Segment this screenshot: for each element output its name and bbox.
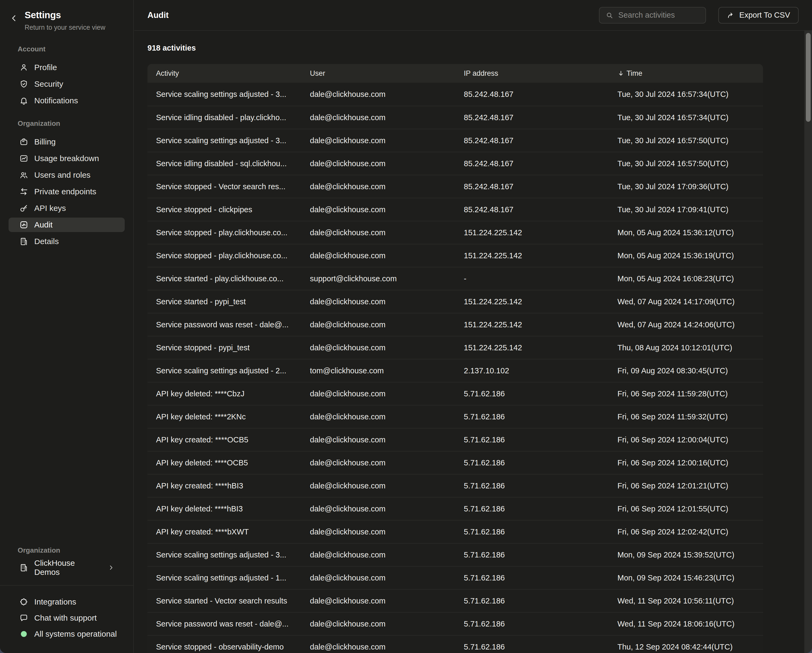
cell-user: dale@clickhouse.com <box>301 298 455 306</box>
sidebar-footer: Integrations Chat with support All syste… <box>0 586 133 653</box>
vertical-scrollbar-thumb[interactable] <box>806 33 810 122</box>
org-switcher-clickhouse-demos[interactable]: ClickHouse Demos <box>9 560 125 575</box>
table-row: Service scaling settings adjusted - 3...… <box>148 543 763 566</box>
cell-activity: Service scaling settings adjusted - 2... <box>148 366 301 375</box>
table-row: Service password was reset - dale@... da… <box>148 612 763 635</box>
cell-time: Wed, 07 Aug 2024 14:17:09(UTC) <box>609 298 763 306</box>
cell-ip: 151.224.225.142 <box>455 298 609 306</box>
export-arrow-icon <box>727 11 735 19</box>
cell-user: dale@clickhouse.com <box>301 320 455 329</box>
table-row: Service stopped - play.clickhouse.co... … <box>148 244 763 267</box>
cell-ip: 85.242.48.167 <box>455 182 609 191</box>
cell-ip: 85.242.48.167 <box>455 136 609 145</box>
sidebar-item-users-and-roles[interactable]: Users and roles <box>9 168 125 182</box>
sidebar-item-usage-breakdown[interactable]: Usage breakdown <box>9 151 125 166</box>
cell-activity: Service stopped - observability-demo <box>148 642 301 651</box>
cell-user: dale@clickhouse.com <box>301 251 455 260</box>
cell-activity: API key deleted: ****OCB5 <box>148 458 301 467</box>
column-header-time[interactable]: Time <box>609 69 763 78</box>
cell-user: dale@clickhouse.com <box>301 159 455 168</box>
cell-activity: Service scaling settings adjusted - 3... <box>148 551 301 559</box>
activities-table: Activity User IP address Time Service sc… <box>148 64 763 653</box>
vertical-scrollbar-track[interactable] <box>804 31 812 653</box>
search-input[interactable] <box>618 11 700 20</box>
cell-user: dale@clickhouse.com <box>301 90 455 99</box>
cell-ip: 85.242.48.167 <box>455 159 609 168</box>
cell-ip: 151.224.225.142 <box>455 320 609 329</box>
cell-ip: 5.71.62.186 <box>455 435 609 444</box>
users-icon <box>19 171 28 180</box>
key-icon <box>19 204 28 213</box>
sidebar-item-billing[interactable]: Billing <box>9 134 125 149</box>
table-row: API key created: ****hBI3 dale@clickhous… <box>148 474 763 497</box>
cell-ip: 5.71.62.186 <box>455 597 609 606</box>
table-row: Service scaling settings adjusted - 1...… <box>148 566 763 589</box>
footer-item-chat-with-support[interactable]: Chat with support <box>9 611 125 625</box>
sidebar-item-security[interactable]: Security <box>9 77 125 91</box>
cell-user: dale@clickhouse.com <box>301 435 455 444</box>
building-icon <box>19 563 28 572</box>
cell-user: dale@clickhouse.com <box>301 343 455 352</box>
footer-item-all-systems-operational[interactable]: All systems operational <box>9 627 125 641</box>
user-icon <box>19 63 28 72</box>
building-icon <box>19 237 28 246</box>
table-row: Service stopped - Vector search res... d… <box>148 175 763 198</box>
billing-icon <box>19 137 28 146</box>
cell-ip: 2.137.10.102 <box>455 366 609 375</box>
cell-ip: 5.71.62.186 <box>455 505 609 513</box>
cell-user: dale@clickhouse.com <box>301 642 455 651</box>
sidebar-item-api-keys[interactable]: API keys <box>9 201 125 215</box>
audit-topbar: Audit Export To CSV <box>134 0 812 31</box>
sidebar-item-audit[interactable]: Audit <box>9 218 125 232</box>
table-row: API key deleted: ****CbzJ dale@clickhous… <box>148 382 763 405</box>
column-header-user[interactable]: User <box>301 69 455 78</box>
cell-ip: - <box>455 274 609 283</box>
footer-item-integrations[interactable]: Integrations <box>9 595 125 609</box>
cell-ip: 5.71.62.186 <box>455 389 609 398</box>
sidebar-item-details[interactable]: Details <box>9 234 125 249</box>
cell-time: Wed, 11 Sep 2024 10:56:11(UTC) <box>609 597 763 606</box>
cell-user: dale@clickhouse.com <box>301 619 455 629</box>
table-row: Service idling disabled - play.clickho..… <box>148 106 763 129</box>
sidebar-section-items: Profile Security Notifications <box>9 60 125 108</box>
sidebar-item-notifications[interactable]: Notifications <box>9 93 125 108</box>
cell-time: Fri, 06 Sep 2024 12:01:55(UTC) <box>609 505 763 513</box>
bell-icon <box>19 96 28 105</box>
table-row: Service started - Vector search results … <box>148 589 763 612</box>
cell-ip: 85.242.48.167 <box>455 113 609 122</box>
cell-time: Mon, 09 Sep 2024 15:39:52(UTC) <box>609 551 763 559</box>
topbar-actions: Export To CSV <box>599 7 798 24</box>
cell-ip: 5.71.62.186 <box>455 574 609 582</box>
column-header-ip-address[interactable]: IP address <box>455 69 609 78</box>
sidebar-header: Settings Return to your service view <box>0 0 133 31</box>
org-switcher-block: Organization ClickHouse Demos <box>0 546 133 575</box>
cell-time: Tue, 30 Jul 2024 17:09:41(UTC) <box>609 205 763 214</box>
cell-activity: API key created: ****OCB5 <box>148 435 301 444</box>
column-header-activity[interactable]: Activity <box>148 69 301 78</box>
cell-time: Mon, 09 Sep 2024 15:46:23(UTC) <box>609 574 763 582</box>
cell-time: Wed, 11 Sep 2024 18:06:16(UTC) <box>609 619 763 629</box>
cell-ip: 5.71.62.186 <box>455 619 609 629</box>
status-dot <box>19 629 28 639</box>
cell-time: Fri, 06 Sep 2024 11:59:32(UTC) <box>609 412 763 421</box>
audit-content: 918 activities Activity User IP address … <box>134 31 812 653</box>
sidebar-item-private-endpoints[interactable]: Private endpoints <box>9 185 125 199</box>
cell-time: Tue, 30 Jul 2024 17:09:36(UTC) <box>609 182 763 191</box>
org-name: ClickHouse Demos <box>34 558 102 577</box>
cell-activity: API key deleted: ****hBI3 <box>148 505 301 513</box>
back-button[interactable] <box>9 14 19 23</box>
cell-activity: Service password was reset - dale@... <box>148 619 301 629</box>
audit-icon <box>19 220 28 229</box>
cell-time: Wed, 07 Aug 2024 14:24:06(UTC) <box>609 320 763 329</box>
sidebar-item-profile[interactable]: Profile <box>9 60 125 75</box>
cell-user: dale@clickhouse.com <box>301 574 455 582</box>
cell-time: Fri, 06 Sep 2024 12:00:04(UTC) <box>609 435 763 444</box>
cell-time: Tue, 30 Jul 2024 16:57:34(UTC) <box>609 90 763 99</box>
cell-ip: 5.71.62.186 <box>455 551 609 559</box>
export-to-csv-button[interactable]: Export To CSV <box>718 7 798 24</box>
cell-user: dale@clickhouse.com <box>301 136 455 145</box>
page-subtitle: Return to your service view <box>24 24 133 31</box>
cell-activity: Service started - play.clickhouse.co... <box>148 274 301 283</box>
cell-ip: 5.71.62.186 <box>455 642 609 651</box>
cell-activity: Service stopped - clickpipes <box>148 205 301 214</box>
